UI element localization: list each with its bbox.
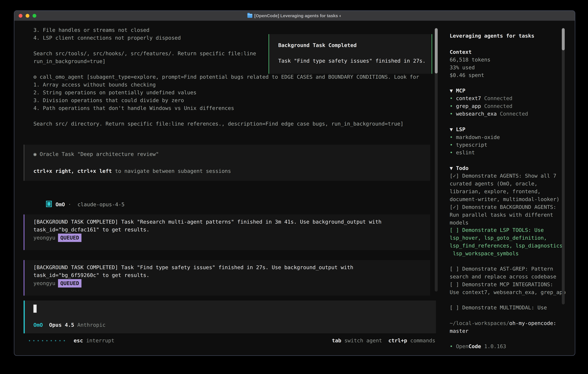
- author-name: yeongyu: [33, 235, 55, 241]
- sidebar-session-title: Leveraging agents for tasks: [450, 32, 534, 40]
- bullet-icon: •: [450, 150, 453, 156]
- queued-badge: QUEUED: [58, 234, 82, 242]
- lsp-item: • typescript: [450, 141, 487, 149]
- tool-call-line: ⚙ call_omo_agent [subagent_type=explore,…: [33, 73, 419, 81]
- minimize-window-button[interactable]: [26, 14, 29, 18]
- agent-model: claude-opus-4-5: [77, 201, 125, 208]
- lsp-section-header[interactable]: ▼ LSP: [450, 125, 465, 133]
- opencode-version: • OpenCode 1.0.163: [450, 343, 506, 350]
- progress-dots: •••••••••: [28, 338, 67, 343]
- opencode-terminal-window: [OpenCode] Leveraging agents for tasks ◐…: [14, 10, 575, 356]
- context-tokens: 66,518 tokens: [450, 56, 491, 64]
- gear-icon: ⚙: [33, 74, 37, 80]
- input-model-name: Opus 4.5: [49, 322, 74, 328]
- bullet-icon: •: [450, 343, 453, 349]
- workspace-path: ~/local-workspaces/oh-my-opencode:: [450, 319, 556, 327]
- traffic-lights: [19, 11, 36, 21]
- input-provider-name: Anthropic: [77, 322, 105, 328]
- todo-line-active: lsp_find_references, lsp_diagnostics,: [450, 242, 566, 250]
- terminal-line: 3. File handles or streams not closed: [33, 26, 149, 34]
- agent-name: OmO: [56, 201, 65, 208]
- todo-line: document-writer, multimodal-looker): [450, 195, 559, 203]
- terminal-line: 4. LSP client connections not properly d…: [33, 34, 181, 42]
- message-line: task_id="bg_6f59260c" to get results.: [33, 271, 149, 279]
- todo-line: [ ] Demonstrate AST-GREP: Pattern: [450, 265, 553, 273]
- text-cursor: [33, 305, 37, 313]
- todo-line: Use context7, websearch_exa, grep_app: [450, 288, 566, 296]
- todo-line: search and replace across codebase: [450, 273, 556, 280]
- chevron-down-icon: ▼: [450, 165, 453, 171]
- bullet-icon: •: [450, 95, 453, 101]
- workspace-branch: master: [450, 327, 469, 335]
- author-name: yeongyu: [33, 280, 55, 286]
- oracle-icon: ◉: [33, 151, 37, 157]
- todo-line: librarian, explore, frontend,: [450, 187, 541, 195]
- background-task-notification: Background Task Completed Task "Find typ…: [269, 34, 432, 74]
- input-status-row: OmO Opus 4.5 Anthropic: [33, 321, 106, 329]
- ctrlp-key-hint: ctrl+p: [388, 338, 407, 343]
- todo-line: [✓] Demonstrate AGENTS: Show all 7: [450, 172, 556, 180]
- todo-line: [✓] Demonstrate BACKGROUND AGENTS:: [450, 203, 556, 211]
- hint-text: to navigate between subagent sessions: [112, 168, 231, 174]
- terminal-line: run_in_background=true]: [33, 57, 106, 65]
- omo-agent-icon: [46, 201, 52, 207]
- mcp-item: • context7 Connected: [450, 94, 513, 102]
- background-task-message: [BACKGROUND TASK COMPLETED] Task "Find t…: [24, 260, 430, 296]
- todo-line: Run parallel tasks with different: [450, 211, 553, 219]
- bullet-icon: •: [450, 111, 453, 117]
- message-meta: yeongyuQUEUED: [33, 234, 82, 242]
- background-task-message: [BACKGROUND TASK COMPLETED] Task "Resear…: [24, 215, 430, 250]
- bullet-icon: •: [450, 142, 453, 148]
- todo-line-active: [ ] Demonstrate LSP TOOLS: Use: [450, 226, 544, 234]
- message-meta: yeongyuQUEUED: [33, 279, 82, 288]
- mcp-section-header[interactable]: ▼ MCP: [450, 87, 465, 94]
- context-spent: $0.46 spent: [450, 71, 484, 79]
- separator-dot: [65, 201, 68, 208]
- tool-call-tail: Search src/ directory. Return specific f…: [33, 120, 404, 128]
- notification-title: Background Task Completed: [278, 41, 357, 49]
- bullet-icon: •: [450, 103, 453, 109]
- todo-line: [ ] Demonstrate MULTIMODAL: Use: [450, 304, 547, 312]
- bullet-icon: •: [450, 134, 453, 140]
- tool-call-item: 3. Division operations that could divide…: [33, 96, 184, 104]
- terminal-line: Search src/tools/, src/hooks/, src/featu…: [33, 50, 256, 57]
- mcp-item: • websearch_exa Connected: [450, 110, 528, 118]
- context-heading: Context: [450, 48, 472, 56]
- window-titlebar[interactable]: [OpenCode] Leveraging agents for tasks ◐: [14, 11, 575, 21]
- todo-line: models: [450, 219, 469, 227]
- todo-line-active: lsp_hover, lsp_goto_definition,: [450, 234, 547, 242]
- tool-call-item: 2. String operations on potentially unde…: [33, 89, 197, 96]
- todo-line: [ ] Demonstrate MCP INTEGRATIONS:: [450, 280, 553, 288]
- input-agent-name: OmO: [33, 322, 43, 328]
- message-line: [BACKGROUND TASK COMPLETED] Task "Resear…: [33, 218, 381, 226]
- oracle-task-box: ◉ Oracle Task "Deep architecture review"…: [24, 145, 430, 181]
- todo-line: curated agents (OmO, oracle,: [450, 180, 537, 187]
- prompt-input[interactable]: OmO Opus 4.5 Anthropic: [24, 301, 436, 333]
- sidebar-scrollbar-track[interactable]: [562, 28, 565, 304]
- mcp-item: • grep_app Connected: [450, 102, 513, 110]
- oracle-task-title: ◉ Oracle Task "Deep architecture review": [33, 150, 159, 158]
- chevron-down-icon: ▼: [450, 88, 453, 94]
- todo-line-active: lsp_workspace_symbols: [450, 250, 519, 258]
- tool-call-item: 1. Array access without bounds checking: [33, 81, 156, 89]
- queued-badge: QUEUED: [58, 279, 82, 288]
- lsp-item: • markdown-oxide: [450, 133, 500, 141]
- zoom-window-button[interactable]: [32, 14, 36, 18]
- window-title: [OpenCode] Leveraging agents for tasks ◐: [254, 13, 342, 18]
- todo-section-header[interactable]: ▼ Todo: [450, 164, 469, 172]
- sidebar-scrollbar-thumb[interactable]: [562, 28, 565, 50]
- status-bar-right: tab switch agent ctrl+p commands: [332, 337, 435, 344]
- context-used: 33% used: [450, 64, 475, 72]
- tool-call-item: 4. Path operations that don't handle Win…: [33, 104, 234, 112]
- chat-scrollbar-thumb[interactable]: [435, 28, 438, 73]
- agent-header: OmO · claude-opus-4-5: [33, 193, 125, 216]
- tab-key-hint: tab: [332, 338, 341, 343]
- esc-key-hint: esc: [74, 338, 83, 343]
- message-line: [BACKGROUND TASK COMPLETED] Task "Find t…: [33, 263, 353, 271]
- oracle-task-hint: ctrl+x right, ctrl+x left to navigate be…: [33, 167, 231, 175]
- notification-body: Task "Find type safety issues" finished …: [278, 57, 426, 65]
- chevron-down-icon: ▼: [450, 126, 453, 132]
- message-line: task_id="bg_dcfac161" to get results.: [33, 226, 149, 234]
- close-window-button[interactable]: [19, 14, 22, 18]
- hint-keys: ctrl+x right, ctrl+x left: [33, 168, 112, 174]
